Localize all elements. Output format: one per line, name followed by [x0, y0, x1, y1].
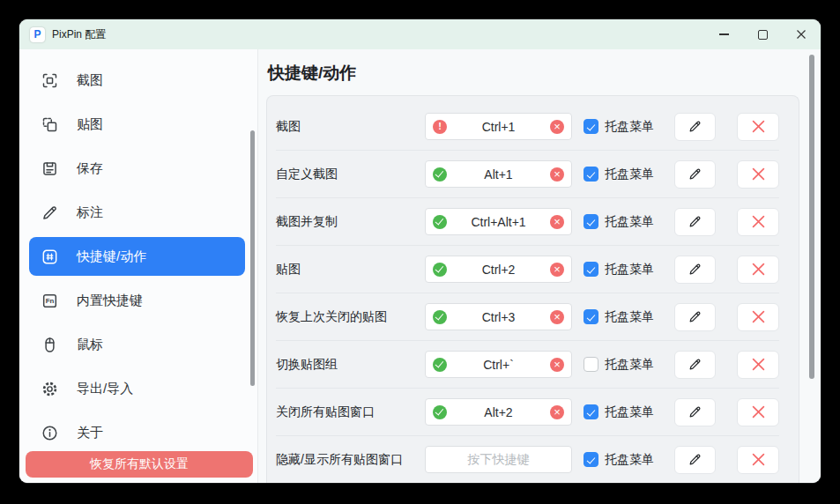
hotkey-input[interactable]: Ctrl+`	[425, 351, 572, 378]
sidebar-item-label: 内置快捷键	[77, 293, 143, 309]
hotkey-input[interactable]: 按下快捷键	[425, 446, 572, 473]
delete-hotkey-button[interactable]	[737, 160, 779, 189]
sidebar-item-hotkeys-actions[interactable]: 快捷键/动作	[29, 237, 245, 276]
action-label: 截图并复制	[276, 214, 425, 230]
hotkey-input[interactable]: Ctrl+1	[425, 113, 572, 140]
hotkey-status-icon	[433, 215, 447, 229]
edit-hotkey-button[interactable]	[674, 160, 716, 189]
clear-hotkey-icon[interactable]	[550, 215, 564, 229]
tray-menu-checkbox[interactable]	[584, 214, 598, 229]
hotkey-status-icon	[433, 310, 447, 324]
delete-hotkey-button[interactable]	[737, 256, 779, 284]
maximize-button[interactable]	[743, 19, 782, 49]
tray-menu-checkbox[interactable]	[584, 452, 598, 467]
pencil-icon	[688, 119, 702, 134]
clear-hotkey-icon[interactable]	[550, 167, 564, 182]
hotkey-value: Ctrl+2	[482, 263, 516, 277]
tray-menu-checkbox[interactable]	[584, 357, 598, 372]
titlebar: P PixPin 配置	[19, 19, 821, 49]
close-button[interactable]	[782, 19, 821, 49]
sidebar-scrollbar-thumb[interactable]	[250, 130, 255, 386]
delete-hotkey-button[interactable]	[737, 446, 779, 474]
hotkey-status-icon	[433, 263, 447, 277]
clear-hotkey-icon[interactable]	[550, 405, 564, 419]
hotkey-row: 恢复上次关闭的贴图 Ctrl+3 托盘菜单	[276, 293, 779, 341]
action-label: 隐藏/显示所有贴图窗口	[276, 452, 425, 468]
hotkey-input[interactable]: Ctrl+3	[425, 303, 572, 330]
tray-menu-label: 托盘菜单	[605, 167, 654, 182]
mouse-icon	[40, 335, 59, 354]
annotate-icon	[40, 203, 59, 222]
edit-hotkey-button[interactable]	[674, 208, 716, 236]
delete-hotkey-button[interactable]	[737, 208, 779, 236]
hotkey-row: 切换贴图组 Ctrl+` 托盘菜单	[276, 341, 779, 389]
pin-image-icon	[40, 115, 59, 134]
edit-hotkey-button[interactable]	[674, 256, 716, 284]
pixpin-settings-window: P PixPin 配置 截图	[19, 19, 821, 483]
tray-menu-checkbox[interactable]	[584, 262, 598, 277]
tray-menu-label: 托盘菜单	[605, 404, 654, 420]
window-controls	[704, 19, 821, 49]
action-label: 恢复上次关闭的贴图	[276, 309, 425, 325]
pixpin-logo-icon: P	[30, 27, 45, 42]
hotkey-input[interactable]: Alt+1	[425, 160, 572, 188]
sidebar-item-builtin-hotkeys[interactable]: Fn 内置快捷键	[29, 281, 245, 320]
action-label: 截图	[276, 119, 425, 135]
pencil-icon	[688, 357, 702, 372]
pencil-icon	[688, 404, 702, 419]
content-scrollbar-thumb[interactable]	[809, 55, 814, 379]
tray-menu-checkbox[interactable]	[584, 309, 598, 324]
minimize-button[interactable]	[704, 19, 743, 49]
clear-hotkey-icon[interactable]	[550, 263, 564, 277]
hotkey-input[interactable]: Alt+2	[425, 398, 572, 426]
tray-menu-checkbox[interactable]	[584, 119, 598, 134]
sidebar-item-export-import[interactable]: 导出/导入	[29, 369, 245, 408]
hotkey-value: Ctrl+1	[482, 120, 516, 134]
sidebar-item-label: 关于	[77, 425, 103, 441]
sidebar-item-mouse[interactable]: 鼠标	[29, 325, 245, 364]
hotkey-status-icon	[433, 405, 447, 419]
delete-x-icon	[752, 167, 765, 181]
hotkey-row: 贴图 Ctrl+2 托盘菜单	[276, 246, 779, 293]
delete-hotkey-button[interactable]	[737, 398, 779, 426]
delete-hotkey-button[interactable]	[737, 351, 779, 379]
pencil-icon	[688, 214, 702, 229]
hotkey-list-panel: 截图 Ctrl+1 托盘菜单	[266, 95, 799, 483]
edit-hotkey-button[interactable]	[674, 446, 716, 474]
clear-hotkey-icon[interactable]	[550, 120, 564, 134]
clear-hotkey-icon[interactable]	[550, 358, 564, 372]
sidebar-item-annotate[interactable]: 标注	[29, 193, 245, 232]
sidebar-item-pin-image[interactable]: 贴图	[29, 105, 245, 144]
delete-hotkey-button[interactable]	[737, 303, 779, 331]
action-label: 关闭所有贴图窗口	[276, 404, 425, 420]
edit-hotkey-button[interactable]	[674, 303, 716, 331]
edit-hotkey-button[interactable]	[674, 113, 716, 141]
reset-defaults-button[interactable]: 恢复所有默认设置	[26, 451, 253, 478]
tray-menu-label: 托盘菜单	[605, 119, 654, 135]
edit-hotkey-button[interactable]	[674, 398, 716, 426]
tray-menu-option: 托盘菜单	[584, 119, 654, 135]
edit-hotkey-button[interactable]	[674, 351, 716, 379]
tray-menu-option: 托盘菜单	[584, 167, 654, 182]
pencil-icon	[688, 262, 702, 277]
hotkey-input[interactable]: Ctrl+Alt+1	[425, 208, 572, 235]
tray-menu-checkbox[interactable]	[584, 404, 598, 419]
tray-menu-checkbox[interactable]	[584, 167, 598, 182]
delete-x-icon	[752, 215, 765, 228]
tray-menu-option: 托盘菜单	[584, 404, 654, 420]
hotkey-status-icon	[433, 167, 447, 182]
hotkey-value: Ctrl+Alt+1	[471, 215, 525, 229]
delete-hotkey-button[interactable]	[737, 113, 779, 141]
sidebar-item-about[interactable]: 关于	[29, 413, 245, 452]
sidebar-item-screenshot[interactable]: 截图	[29, 61, 245, 100]
delete-x-icon	[752, 358, 765, 371]
action-label: 自定义截图	[276, 167, 425, 182]
hotkey-input[interactable]: Ctrl+2	[425, 256, 572, 283]
tray-menu-option: 托盘菜单	[584, 262, 654, 278]
clear-hotkey-icon[interactable]	[550, 310, 564, 324]
fn-key-icon: Fn	[40, 291, 59, 310]
sidebar-item-label: 保存	[77, 160, 103, 177]
sidebar-item-label: 鼠标	[77, 337, 103, 353]
sidebar-item-save[interactable]: 保存	[29, 149, 245, 188]
hotkey-value: Ctrl+3	[482, 310, 516, 324]
